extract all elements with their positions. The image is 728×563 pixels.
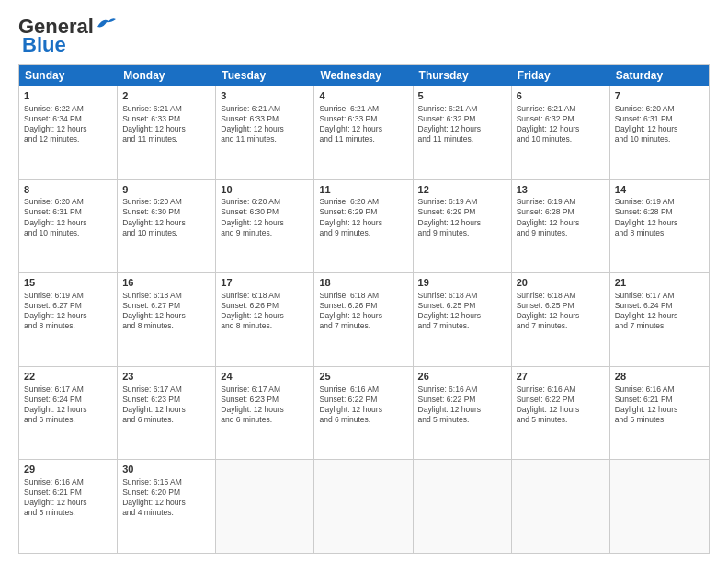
cell-line: Sunrise: 6:17 AM bbox=[615, 291, 704, 301]
day-number: 21 bbox=[615, 276, 704, 290]
cell-line: Daylight: 12 hours bbox=[517, 218, 605, 228]
day-number: 3 bbox=[221, 89, 309, 103]
cell-line: Sunrise: 6:20 AM bbox=[319, 197, 407, 207]
cell-line: Sunrise: 6:20 AM bbox=[122, 197, 210, 207]
cell-line: Sunrise: 6:17 AM bbox=[24, 385, 112, 395]
day-number: 16 bbox=[122, 276, 210, 290]
day-cell-10: 10Sunrise: 6:20 AMSunset: 6:30 PMDayligh… bbox=[216, 180, 314, 273]
header-day-tuesday: Tuesday bbox=[216, 65, 314, 86]
cell-line: and 8 minutes. bbox=[221, 321, 309, 331]
day-cell-22: 22Sunrise: 6:17 AMSunset: 6:24 PMDayligh… bbox=[19, 367, 118, 460]
cell-line: Sunset: 6:22 PM bbox=[418, 395, 506, 405]
cell-line: Sunrise: 6:18 AM bbox=[221, 291, 309, 301]
day-cell-28: 28Sunrise: 6:16 AMSunset: 6:21 PMDayligh… bbox=[610, 367, 709, 460]
day-cell-16: 16Sunrise: 6:18 AMSunset: 6:27 PMDayligh… bbox=[118, 273, 216, 366]
cell-line: Sunset: 6:25 PM bbox=[418, 301, 506, 311]
cell-line: and 9 minutes. bbox=[319, 228, 407, 238]
cell-line: Sunrise: 6:20 AM bbox=[221, 197, 309, 207]
cell-line: Sunset: 6:33 PM bbox=[221, 114, 309, 124]
day-number: 12 bbox=[418, 183, 506, 197]
day-cell-23: 23Sunrise: 6:17 AMSunset: 6:23 PMDayligh… bbox=[118, 367, 216, 460]
day-cell-26: 26Sunrise: 6:16 AMSunset: 6:22 PMDayligh… bbox=[414, 367, 512, 460]
cell-line: and 10 minutes. bbox=[24, 228, 112, 238]
cell-line: Sunrise: 6:16 AM bbox=[319, 385, 407, 395]
day-cell-6: 6Sunrise: 6:21 AMSunset: 6:32 PMDaylight… bbox=[512, 86, 610, 179]
header-day-friday: Friday bbox=[512, 65, 610, 86]
logo-bird-icon bbox=[96, 16, 116, 32]
cell-line: Sunrise: 6:16 AM bbox=[418, 385, 506, 395]
cell-line: Sunset: 6:29 PM bbox=[418, 207, 506, 217]
cell-line: Sunrise: 6:16 AM bbox=[517, 385, 605, 395]
day-cell-29: 29Sunrise: 6:16 AMSunset: 6:21 PMDayligh… bbox=[19, 460, 118, 553]
header-day-monday: Monday bbox=[118, 65, 216, 86]
cell-line: Sunset: 6:28 PM bbox=[517, 207, 605, 217]
day-number: 20 bbox=[517, 276, 605, 290]
day-number: 2 bbox=[122, 89, 210, 103]
cell-line: and 9 minutes. bbox=[418, 228, 506, 238]
empty-cell-4-3 bbox=[314, 460, 413, 553]
cell-line: and 10 minutes. bbox=[615, 134, 704, 144]
empty-cell-4-4 bbox=[414, 460, 512, 553]
cell-line: Sunrise: 6:18 AM bbox=[517, 291, 605, 301]
cell-line: Sunrise: 6:20 AM bbox=[615, 104, 704, 114]
cell-line: and 5 minutes. bbox=[418, 415, 506, 425]
cell-line: Sunrise: 6:21 AM bbox=[418, 104, 506, 114]
cell-line: Daylight: 12 hours bbox=[418, 311, 506, 321]
cell-line: and 7 minutes. bbox=[418, 321, 506, 331]
cell-line: and 5 minutes. bbox=[615, 415, 704, 425]
cell-line: Daylight: 12 hours bbox=[517, 124, 605, 134]
cell-line: Daylight: 12 hours bbox=[122, 405, 210, 415]
cell-line: Sunset: 6:29 PM bbox=[319, 207, 407, 217]
day-number: 5 bbox=[418, 89, 506, 103]
day-number: 1 bbox=[24, 89, 112, 103]
cell-line: Sunrise: 6:17 AM bbox=[221, 385, 309, 395]
cell-line: Sunset: 6:30 PM bbox=[221, 207, 309, 217]
cell-line: Daylight: 12 hours bbox=[319, 405, 407, 415]
cell-line: Sunset: 6:20 PM bbox=[122, 488, 210, 498]
cell-line: Sunrise: 6:18 AM bbox=[122, 291, 210, 301]
cell-line: Sunrise: 6:18 AM bbox=[319, 291, 407, 301]
cell-line: Daylight: 12 hours bbox=[122, 218, 210, 228]
cell-line: Daylight: 12 hours bbox=[517, 311, 605, 321]
day-number: 17 bbox=[221, 276, 309, 290]
day-cell-21: 21Sunrise: 6:17 AMSunset: 6:24 PMDayligh… bbox=[610, 273, 709, 366]
header-day-saturday: Saturday bbox=[610, 65, 709, 86]
cell-line: Sunrise: 6:17 AM bbox=[122, 385, 210, 395]
day-cell-18: 18Sunrise: 6:18 AMSunset: 6:26 PMDayligh… bbox=[314, 273, 413, 366]
day-number: 9 bbox=[122, 183, 210, 197]
day-number: 23 bbox=[122, 370, 210, 384]
cell-line: Sunset: 6:31 PM bbox=[24, 207, 112, 217]
cell-line: and 8 minutes. bbox=[122, 321, 210, 331]
day-cell-15: 15Sunrise: 6:19 AMSunset: 6:27 PMDayligh… bbox=[19, 273, 118, 366]
calendar-row-1: 1Sunrise: 6:22 AMSunset: 6:34 PMDaylight… bbox=[19, 86, 709, 179]
day-number: 18 bbox=[319, 276, 407, 290]
day-cell-4: 4Sunrise: 6:21 AMSunset: 6:33 PMDaylight… bbox=[314, 86, 413, 179]
cell-line: Sunset: 6:22 PM bbox=[517, 395, 605, 405]
header-day-wednesday: Wednesday bbox=[314, 65, 413, 86]
header-day-sunday: Sunday bbox=[19, 65, 118, 86]
cell-line: Sunrise: 6:19 AM bbox=[418, 197, 506, 207]
day-number: 19 bbox=[418, 276, 506, 290]
day-cell-5: 5Sunrise: 6:21 AMSunset: 6:32 PMDaylight… bbox=[414, 86, 512, 179]
cell-line: Daylight: 12 hours bbox=[418, 218, 506, 228]
logo: General Blue bbox=[18, 15, 116, 57]
cell-line: Daylight: 12 hours bbox=[418, 124, 506, 134]
day-number: 25 bbox=[319, 370, 407, 384]
cell-line: and 11 minutes. bbox=[418, 134, 506, 144]
header: General Blue bbox=[18, 15, 710, 57]
calendar-row-3: 15Sunrise: 6:19 AMSunset: 6:27 PMDayligh… bbox=[19, 272, 709, 366]
cell-line: and 5 minutes. bbox=[517, 415, 605, 425]
cell-line: Sunset: 6:33 PM bbox=[319, 114, 407, 124]
cell-line: Sunrise: 6:18 AM bbox=[418, 291, 506, 301]
cell-line: Sunset: 6:34 PM bbox=[24, 114, 112, 124]
cell-line: and 11 minutes. bbox=[319, 134, 407, 144]
cell-line: Sunset: 6:28 PM bbox=[615, 207, 704, 217]
cell-line: Daylight: 12 hours bbox=[615, 124, 704, 134]
calendar: SundayMondayTuesdayWednesdayThursdayFrid… bbox=[18, 64, 710, 554]
logo-blue: Blue bbox=[22, 33, 66, 57]
cell-line: Daylight: 12 hours bbox=[319, 311, 407, 321]
day-cell-27: 27Sunrise: 6:16 AMSunset: 6:22 PMDayligh… bbox=[512, 367, 610, 460]
calendar-header: SundayMondayTuesdayWednesdayThursdayFrid… bbox=[19, 65, 709, 86]
calendar-row-4: 22Sunrise: 6:17 AMSunset: 6:24 PMDayligh… bbox=[19, 366, 709, 460]
cell-line: Sunrise: 6:19 AM bbox=[517, 197, 605, 207]
